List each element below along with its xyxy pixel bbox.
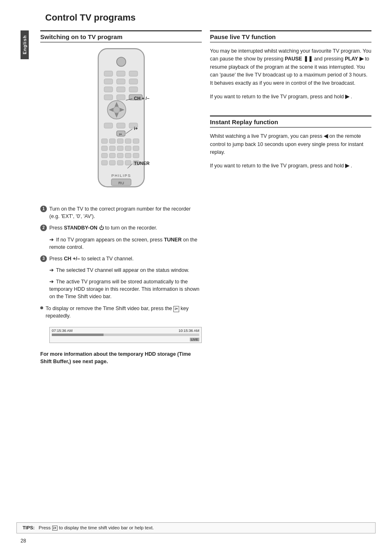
- svg-rect-27: [117, 139, 123, 143]
- instruction-3-text: Press CH +/– to select a TV channel.: [49, 255, 134, 262]
- svg-rect-12: [116, 95, 125, 100]
- left-section-header: Switching on to TV program: [40, 30, 202, 42]
- svg-rect-39: [133, 153, 138, 158]
- svg-rect-32: [117, 146, 123, 151]
- instant-section-text: Whilst watching a live TV program, you c…: [210, 132, 371, 156]
- svg-rect-38: [125, 153, 131, 158]
- tips-info-plus: i+: [52, 526, 58, 531]
- arrow-icon-2: ➔: [49, 267, 54, 274]
- remote-area: i+: [40, 47, 202, 199]
- info-plus-btn: i+: [173, 306, 179, 312]
- svg-rect-25: [101, 139, 107, 143]
- svg-rect-30: [101, 146, 107, 151]
- svg-rect-36: [109, 153, 115, 158]
- tips-label: TIPS:: [23, 525, 35, 530]
- arrow-icon-3: ➔: [49, 278, 54, 285]
- tips-bar: TIPS: Press i+ to display the time shift…: [16, 522, 376, 533]
- ts-top-row: 07:15:36 AM 10:15:36 AM: [52, 329, 199, 333]
- instruction-3: 3 Press CH +/– to select a TV channel. ➔…: [40, 255, 202, 301]
- right-column: Pause live TV function You may be interr…: [210, 30, 371, 365]
- instant-section-header: Instant Replay function: [210, 116, 371, 127]
- bullet-text: To display or remove the Time Shift vide…: [46, 305, 202, 320]
- sidebar-label-container: English: [21, 30, 32, 365]
- ts-bar-track: [52, 334, 199, 336]
- svg-rect-35: [101, 153, 107, 158]
- svg-text:RU: RU: [118, 181, 124, 185]
- main-layout: English Switching on to TV program: [21, 30, 371, 365]
- num-1: 1: [40, 206, 47, 212]
- bullet-item: To display or remove the Time Shift vide…: [40, 305, 202, 320]
- svg-rect-21: [116, 123, 125, 128]
- page-title: Control TV programs: [21, 12, 371, 23]
- instruction-2-text: Press STANDBY-ON ⏻ to turn on the record…: [49, 224, 157, 232]
- svg-rect-20: [104, 123, 113, 128]
- page-number: 28: [21, 538, 26, 544]
- svg-rect-9: [116, 87, 125, 92]
- svg-rect-43: [125, 160, 131, 165]
- svg-rect-26: [109, 139, 115, 143]
- svg-text:PHILIPS: PHILIPS: [111, 173, 131, 178]
- svg-rect-6: [116, 79, 125, 84]
- svg-rect-33: [125, 146, 131, 151]
- bullet-dot: [40, 306, 43, 309]
- sidebar-label: English: [21, 30, 29, 59]
- instruction-2-sub: ➔ If no TV program appears on the screen…: [49, 236, 202, 251]
- instant-section-text2: If you want to return to the live TV pro…: [210, 162, 371, 170]
- svg-rect-29: [133, 139, 138, 143]
- svg-rect-5: [104, 79, 113, 84]
- info-plus-label: i+: [134, 126, 138, 131]
- svg-rect-7: [129, 79, 138, 84]
- svg-text:i+: i+: [119, 132, 122, 136]
- ch-plus-minus-label: CH + /–: [134, 96, 150, 101]
- ts-left-time: 07:15:36 AM: [52, 329, 73, 333]
- bold-note: For more information about the temporary…: [40, 350, 202, 365]
- pause-section-text2: If you want to return to the live TV pro…: [210, 93, 371, 101]
- tuner-label: TUNER: [134, 161, 150, 166]
- svg-rect-8: [104, 87, 113, 92]
- svg-rect-2: [104, 71, 113, 76]
- instruction-1: 1 Turn on the TV to the correct program …: [40, 205, 202, 220]
- instruction-3-sub2: ➔ The active TV programs will be stored …: [49, 278, 202, 300]
- svg-rect-42: [117, 160, 123, 165]
- page-wrapper: Control TV programs English Switching on…: [0, 0, 392, 554]
- timeshift-bar: 07:15:36 AM 10:15:36 AM LIVE: [49, 327, 202, 343]
- pause-section-header: Pause live TV function: [210, 30, 371, 42]
- svg-rect-10: [129, 87, 138, 92]
- instruction-1-text: Turn on the TV to the correct program nu…: [49, 205, 202, 220]
- left-column: Switching on to TV program: [40, 30, 202, 365]
- svg-rect-34: [133, 146, 138, 151]
- num-2: 2: [40, 225, 47, 231]
- svg-rect-3: [116, 71, 125, 76]
- pause-section-text: You may be interrupted whilst watching y…: [210, 47, 371, 87]
- remote-svg: i+: [88, 47, 154, 199]
- svg-rect-11: [104, 95, 113, 100]
- ts-right-time: 10:15:36 AM: [178, 329, 199, 333]
- svg-rect-31: [109, 146, 115, 151]
- svg-rect-4: [129, 71, 138, 76]
- instruction-3-sub1: ➔ The selected TV channel will appear on…: [49, 267, 189, 274]
- ts-live-label: LIVE: [190, 338, 199, 341]
- instructions-list: 1 Turn on the TV to the correct program …: [40, 205, 202, 324]
- svg-rect-37: [117, 153, 123, 158]
- ts-indicator: LIVE: [52, 337, 199, 341]
- num-3: 3: [40, 255, 47, 262]
- svg-point-19: [113, 107, 120, 113]
- arrow-icon: ➔: [49, 236, 54, 243]
- instruction-2: 2 Press STANDBY-ON ⏻ to turn on the reco…: [40, 224, 202, 251]
- svg-point-1: [116, 57, 125, 66]
- ts-bar-fill: [52, 334, 104, 336]
- standby-icon: ⏻: [99, 225, 104, 232]
- svg-rect-41: [109, 160, 115, 165]
- svg-rect-28: [125, 139, 131, 143]
- svg-rect-40: [101, 160, 107, 165]
